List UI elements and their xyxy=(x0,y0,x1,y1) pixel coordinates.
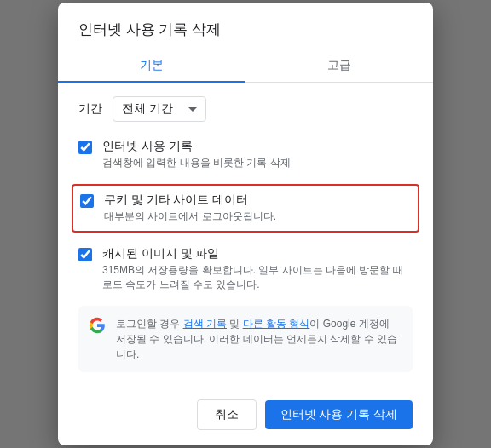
item-text-cache: 캐시된 이미지 및 파일 315MB의 저장용량을 확보합니다. 일부 사이트는… xyxy=(102,246,413,292)
item-title-cookies: 쿠키 및 기타 사이트 데이터 xyxy=(104,192,276,208)
item-title-cache: 캐시된 이미지 및 파일 xyxy=(102,246,413,261)
google-notice-text: 로그인할 경우 검색 기록 및 다른 활동 형식이 Google 계정에 저장될… xyxy=(116,316,402,362)
period-label: 기간 xyxy=(78,101,102,117)
checkbox-item-browsing: 인터넷 사용 기록 검색창에 입력한 내용을 비롯한 기록 삭제 xyxy=(78,135,413,174)
chevron-down-icon xyxy=(188,107,197,112)
checkbox-cookies-wrapper[interactable] xyxy=(80,194,94,211)
checkbox-cache[interactable] xyxy=(78,248,92,261)
checkbox-item-cookies: 쿠키 및 기타 사이트 데이터 대부분의 사이트에서 로그아웃됩니다. xyxy=(72,184,419,233)
dialog-body: 기간 전체 기간 인터넷 사용 기록 검색창에 입력한 내용을 비롯한 기록 삭… xyxy=(58,83,433,393)
period-value: 전체 기간 xyxy=(122,101,173,117)
dialog-footer: 취소 인터넷 사용 기록 삭제 xyxy=(58,393,433,445)
checkbox-browsing[interactable] xyxy=(78,141,92,154)
item-text-browsing: 인터넷 사용 기록 검색창에 입력한 내용을 비롯한 기록 삭제 xyxy=(102,139,291,170)
link-search-history[interactable]: 검색 기록 xyxy=(183,318,227,330)
dialog-title: 인터넷 사용 기록 삭제 xyxy=(58,3,433,39)
cancel-button[interactable]: 취소 xyxy=(197,399,257,430)
google-notice: 로그인할 경우 검색 기록 및 다른 활동 형식이 Google 계정에 저장될… xyxy=(78,306,413,372)
tab-bar: 기본 고급 xyxy=(58,49,433,83)
delete-button[interactable]: 인터넷 사용 기록 삭제 xyxy=(265,400,413,429)
checkbox-item-cache: 캐시된 이미지 및 파일 315MB의 저장용량을 확보합니다. 일부 사이트는… xyxy=(78,243,413,296)
period-row: 기간 전체 기간 xyxy=(78,96,413,122)
link-other-activity[interactable]: 다른 활동 형식 xyxy=(243,318,310,330)
checkbox-cookies[interactable] xyxy=(80,194,94,208)
item-desc-browsing: 검색창에 입력한 내용을 비롯한 기록 삭제 xyxy=(102,156,291,170)
tab-basic[interactable]: 기본 xyxy=(58,49,246,82)
dialog: 인터넷 사용 기록 삭제 기본 고급 기간 전체 기간 인터넷 사용 기록 검색… xyxy=(58,3,433,445)
item-title-browsing: 인터넷 사용 기록 xyxy=(102,139,291,154)
google-icon xyxy=(89,317,106,334)
tab-advanced[interactable]: 고급 xyxy=(246,49,433,82)
checkbox-cache-wrapper[interactable] xyxy=(78,248,92,265)
period-select[interactable]: 전체 기간 xyxy=(113,96,206,122)
item-desc-cache: 315MB의 저장용량을 확보합니다. 일부 사이트는 다음에 방문할 때 로드… xyxy=(102,263,413,292)
item-desc-cookies: 대부분의 사이트에서 로그아웃됩니다. xyxy=(104,210,276,224)
checkbox-browsing-wrapper[interactable] xyxy=(78,141,92,158)
item-text-cookies: 쿠키 및 기타 사이트 데이터 대부분의 사이트에서 로그아웃됩니다. xyxy=(104,192,276,224)
